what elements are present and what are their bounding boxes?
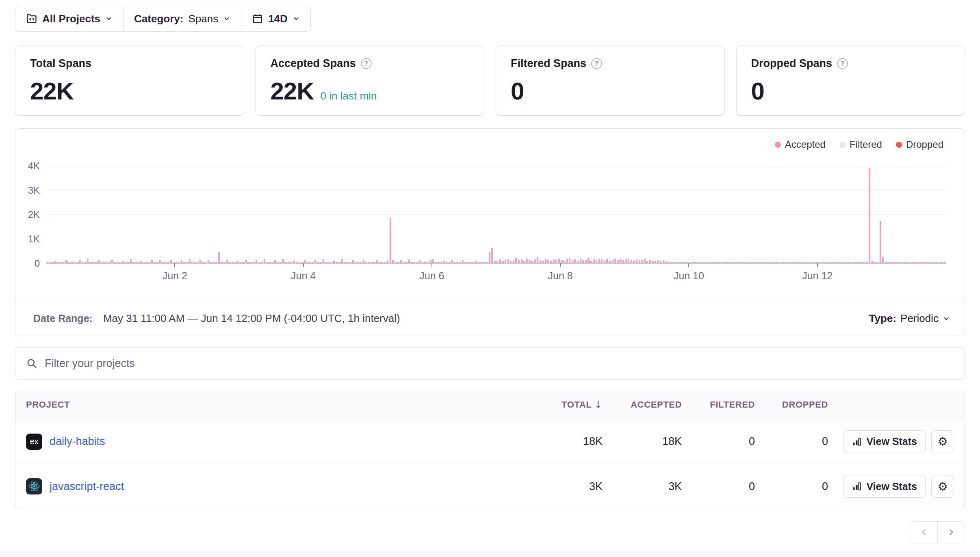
chart-bar: [213, 262, 215, 263]
chart-bar: [232, 262, 233, 263]
chart-bar: [151, 260, 153, 263]
chart-bar: [376, 260, 378, 263]
chart-bar: [60, 262, 62, 263]
chart-bar: [253, 262, 255, 263]
chart-type-dropdown[interactable]: Type: Periodic: [869, 312, 950, 325]
view-stats-button[interactable]: View Stats: [843, 475, 926, 498]
chart-bar: [111, 260, 113, 263]
chart-bar: [588, 258, 589, 263]
chart-bar: [641, 260, 643, 263]
chart-bar: [540, 260, 541, 263]
chart-bar: [689, 262, 691, 263]
chart-bar: [708, 262, 710, 263]
previous-page-button[interactable]: [910, 522, 937, 543]
chart-bar: [534, 259, 536, 263]
chart-bar: [520, 259, 522, 263]
chart-bar: [95, 262, 97, 263]
legend-item-filtered[interactable]: Filtered: [839, 139, 882, 150]
chart-plot-area: [46, 166, 946, 263]
column-header-total[interactable]: TOTAL ↓: [525, 399, 603, 410]
chart-bar: [419, 260, 421, 263]
help-icon[interactable]: ?: [591, 58, 602, 69]
chart-bar: [127, 262, 129, 263]
chart-bar: [427, 262, 429, 263]
chevron-down-icon: [943, 315, 950, 322]
table-pagination: [15, 521, 965, 543]
chart-bar: [146, 262, 147, 263]
chevron-right-icon: [947, 528, 955, 536]
project-link[interactable]: daily-habits: [50, 435, 105, 448]
chart-bar: [655, 261, 656, 263]
chart-bar: [660, 261, 661, 263]
chart-bar: [199, 260, 201, 263]
date-range-filter-button[interactable]: 14D: [241, 6, 310, 31]
chart-bar: [729, 262, 731, 263]
chart-bar: [850, 262, 852, 263]
stat-cards-row: Total Spans 22K Accepted Spans ? 22K 0 i…: [15, 45, 965, 116]
chart-bar: [722, 262, 723, 263]
next-page-button[interactable]: [937, 522, 965, 543]
chart-area: 4K3K2K1K0: [15, 166, 965, 263]
help-icon[interactable]: ?: [361, 58, 372, 69]
card-value: 0: [511, 77, 524, 105]
chart-bar: [84, 262, 86, 263]
chart-bar: [906, 262, 908, 263]
card-title: Accepted Spans: [271, 57, 356, 70]
chart-bar: [652, 261, 653, 263]
project-link[interactable]: javascript-react: [50, 480, 124, 493]
project-filter-input[interactable]: [45, 357, 954, 370]
column-header-project[interactable]: PROJECT: [26, 399, 525, 410]
help-icon[interactable]: ?: [837, 58, 848, 69]
chevron-down-icon: [293, 15, 300, 22]
react-platform-icon: [26, 478, 42, 494]
calendar-icon: [252, 13, 263, 24]
chart-bar: [103, 262, 105, 263]
chart-bar: [478, 262, 479, 263]
chart-bar: [828, 262, 830, 263]
column-header-accepted[interactable]: ACCEPTED: [603, 399, 682, 410]
chart-bar: [810, 262, 811, 263]
chart-bar: [807, 262, 809, 263]
chart-bar: [941, 262, 943, 263]
y-axis-tick-label: 1K: [28, 233, 40, 245]
chart-bar: [240, 262, 241, 263]
chart-bar: [65, 260, 67, 263]
chart-bar: [890, 262, 892, 263]
chart-bar: [614, 259, 616, 263]
chart-bar: [429, 260, 431, 263]
category-filter-button[interactable]: Category: Spans: [124, 6, 241, 31]
chart-bar: [727, 262, 728, 263]
chart-bar: [170, 260, 171, 263]
chart-bar: [818, 262, 820, 263]
chart-bar: [403, 262, 405, 263]
chart-bar: [181, 260, 182, 263]
chart-bar: [513, 260, 514, 263]
date-range-value: May 31 11:00 AM — Jun 14 12:00 PM (-04:0…: [103, 312, 400, 325]
chart-bar: [636, 259, 637, 263]
chart-bar: [301, 262, 303, 263]
column-header-filtered[interactable]: FILTERED: [682, 399, 755, 410]
project-search-panel: [15, 347, 965, 380]
chart-bar: [108, 262, 110, 263]
chart-bar: [440, 262, 442, 263]
legend-item-accepted[interactable]: Accepted: [775, 139, 826, 150]
chart-type-value: Periodic: [900, 312, 939, 325]
chart-bar: [754, 262, 755, 263]
chart-bar: [98, 260, 99, 263]
chart-bar: [299, 262, 300, 263]
project-settings-button[interactable]: ⚙: [931, 430, 954, 453]
project-filter-button[interactable]: All Projects: [15, 6, 123, 31]
project-settings-button[interactable]: ⚙: [931, 475, 954, 498]
view-stats-button[interactable]: View Stats: [843, 430, 926, 453]
legend-item-dropped[interactable]: Dropped: [896, 139, 943, 150]
gear-icon: ⚙: [937, 435, 947, 448]
card-value: 22K: [271, 77, 314, 105]
chart-bar: [646, 261, 648, 263]
chart-bar: [596, 260, 597, 263]
chart-bar: [205, 262, 206, 263]
gridline-2k: [46, 214, 946, 215]
column-header-dropped[interactable]: DROPPED: [755, 399, 828, 410]
chart-bar: [312, 262, 314, 263]
chart-bar: [537, 257, 538, 263]
chart-bar: [507, 259, 509, 263]
